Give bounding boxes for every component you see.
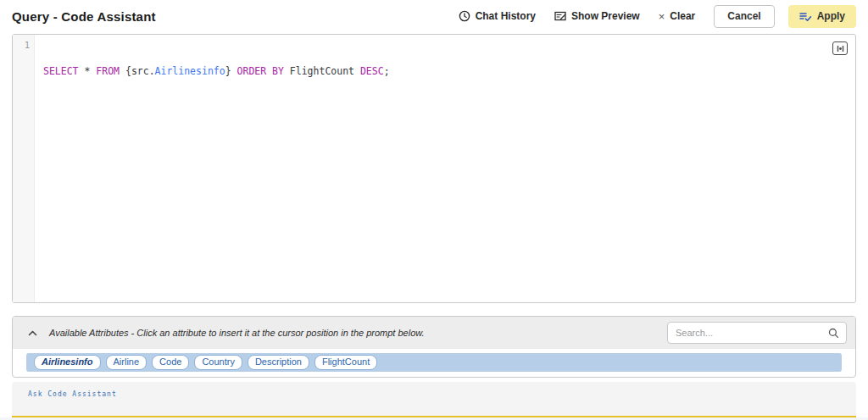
attribute-search-input[interactable] xyxy=(676,328,828,338)
code-token: FROM xyxy=(96,65,120,77)
editor-line-number-gutter: 1 xyxy=(13,35,35,302)
attribute-chip-description[interactable]: Description xyxy=(248,355,309,370)
cancel-label: Cancel xyxy=(727,10,760,22)
chevron-up-icon xyxy=(28,330,37,336)
code-token: } xyxy=(225,65,237,77)
playlist-check-icon xyxy=(799,11,812,22)
code-input-area[interactable]: SELECT * FROM {src.Airlinesinfo} ORDER B… xyxy=(35,35,855,302)
apply-label: Apply xyxy=(817,10,845,22)
code-token: {src. xyxy=(120,65,155,77)
code-token: SELECT xyxy=(43,65,79,77)
show-preview-label: Show Preview xyxy=(571,10,640,22)
attributes-description: Available Attributes - Click an attribut… xyxy=(49,328,657,338)
attribute-chip-airlinesinfo[interactable]: Airlinesinfo xyxy=(34,355,101,370)
attribute-chip-flightcount[interactable]: FlightCount xyxy=(314,355,377,370)
attributes-panel-header: Available Attributes - Click an attribut… xyxy=(13,317,855,349)
preview-document-icon xyxy=(554,10,566,22)
search-icon xyxy=(828,328,839,339)
code-token: Airlinesinfo xyxy=(155,65,225,77)
apply-button[interactable]: Apply xyxy=(788,5,856,28)
clear-label: Clear xyxy=(670,10,695,22)
chat-history-label: Chat History xyxy=(476,10,536,22)
close-icon: × xyxy=(659,10,665,23)
query-code-editor: 1 SELECT * FROM {src.Airlinesinfo} ORDER… xyxy=(12,34,856,303)
code-token: DESC xyxy=(360,65,384,77)
code-token: ORDER BY xyxy=(237,65,284,77)
ask-code-assistant-label: Ask Code Assistant xyxy=(28,390,856,398)
chat-history-button[interactable]: Chat History xyxy=(459,10,536,22)
attribute-chip-airline[interactable]: Airline xyxy=(106,355,147,370)
code-line: SELECT * FROM {src.Airlinesinfo} ORDER B… xyxy=(43,65,847,78)
code-token: FlightCount xyxy=(284,65,360,77)
attribute-chip-country[interactable]: Country xyxy=(194,355,242,370)
attribute-search-box xyxy=(667,322,847,344)
ask-code-assistant-field[interactable]: Ask Code Assistant xyxy=(12,382,856,417)
show-preview-button[interactable]: Show Preview xyxy=(554,10,640,22)
cancel-button[interactable]: Cancel xyxy=(714,5,774,28)
code-token: ; xyxy=(384,65,390,77)
collapse-panel-button[interactable] xyxy=(26,329,39,338)
attribute-chips-strip: AirlinesinfoAirlineCodeCountryDescriptio… xyxy=(26,353,842,372)
available-attributes-panel: Available Attributes - Click an attribut… xyxy=(12,316,856,378)
attribute-chip-code[interactable]: Code xyxy=(152,355,189,370)
line-number: 1 xyxy=(13,40,30,50)
header: Query - Code Assistant Chat History Show… xyxy=(0,0,868,32)
insert-variable-icon xyxy=(836,45,845,52)
clear-button[interactable]: × Clear xyxy=(659,10,696,23)
insert-variable-button[interactable] xyxy=(832,41,848,55)
history-clock-icon xyxy=(459,10,470,22)
code-token: * xyxy=(79,65,97,77)
toolbar: Chat History Show Preview × Clear Cancel xyxy=(459,5,856,28)
page-title: Query - Code Assistant xyxy=(12,9,156,24)
